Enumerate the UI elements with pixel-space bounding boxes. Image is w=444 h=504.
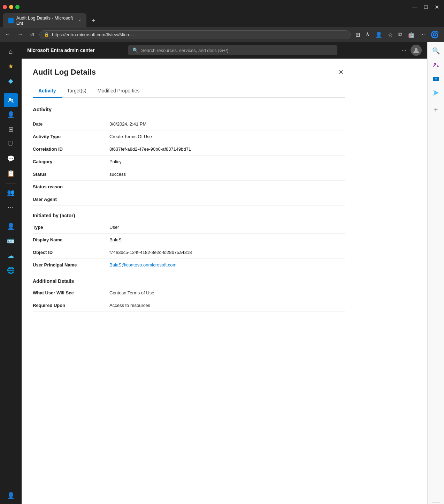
sidebar-item-diamond[interactable]: ◆: [4, 74, 18, 88]
browser-tab[interactable]: Audit Log Details - Microsoft Ent ×: [3, 13, 86, 28]
address-text: https://entra.microsoft.com/#view/Micro.…: [52, 32, 346, 37]
field-value-what-user-sees: Contoso Terms of Use: [109, 290, 345, 295]
activity-section-heading: Activity: [33, 106, 345, 112]
sidebar-item-identity[interactable]: 👤: [4, 108, 18, 122]
panel-title: Audit Log Details: [33, 68, 96, 77]
right-divider-1: [432, 102, 440, 102]
right-icon-send[interactable]: [430, 86, 442, 99]
field-label-upn: User Principal Name: [33, 262, 109, 268]
panel-title-row: Audit Log Details ✕: [33, 67, 345, 77]
field-label-date: Date: [33, 121, 109, 127]
forward-btn[interactable]: →: [15, 30, 25, 39]
svg-point-1: [12, 99, 13, 101]
field-row-object-id: Object ID f74e3dc5-134f-4182-8e2c-fd28b7…: [33, 246, 345, 259]
sidebar-item-protection[interactable]: 🛡: [4, 137, 18, 151]
tab-modified-properties[interactable]: Modified Properties: [92, 84, 145, 98]
lock-icon: 🔒: [44, 32, 49, 37]
right-icon-search[interactable]: 🔍: [430, 45, 442, 57]
field-label-activity-type: Activity Type: [33, 134, 109, 139]
field-row-status-reason: Status reason: [33, 181, 345, 193]
field-value-type: User: [109, 225, 345, 230]
tab-favicon: [8, 18, 14, 23]
tab-bar-panel: Activity Target(s) Modified Properties: [33, 84, 345, 98]
header-more-btn[interactable]: ···: [400, 46, 408, 55]
header-avatar[interactable]: [411, 45, 422, 56]
new-tab-btn[interactable]: +: [89, 17, 98, 25]
sidebar-item-more[interactable]: ···: [4, 200, 18, 214]
right-icon-outlook[interactable]: O: [430, 73, 442, 85]
maximize-window-btn[interactable]: [15, 5, 20, 9]
field-label-category: Category: [33, 159, 109, 164]
field-row-date: Date 3/8/2024, 2:41 PM: [33, 118, 345, 130]
profile-btn[interactable]: 👤: [373, 30, 384, 39]
app-header: Microsoft Entra admin center 🔍 Search re…: [22, 42, 427, 59]
main-content: Microsoft Entra admin center 🔍 Search re…: [22, 42, 427, 504]
additional-field-rows: What User Will See Contoso Terms of Use …: [33, 287, 345, 312]
field-label-display-name: Display Name: [33, 237, 109, 242]
back-btn[interactable]: ←: [3, 30, 13, 39]
header-actions: ···: [400, 45, 422, 56]
right-icon-plus[interactable]: +: [430, 104, 442, 116]
more-actions-btn[interactable]: ···: [418, 30, 427, 39]
right-panel: 🔍 O + ⚙: [427, 42, 444, 504]
field-row-activity-type: Activity Type Create Terms Of Use: [33, 130, 345, 143]
sidebar-item-person-bottom[interactable]: 👤: [4, 489, 18, 503]
nav-bar: ← → ↺ 🔒 https://entra.microsoft.com/#vie…: [0, 27, 444, 42]
field-rows: Date 3/8/2024, 2:41 PM Activity Type Cre…: [33, 118, 345, 206]
refresh-btn[interactable]: ↺: [28, 30, 37, 39]
search-icon: 🔍: [132, 47, 138, 53]
panel-close-btn[interactable]: ✕: [337, 67, 345, 77]
field-value-status: success: [109, 172, 345, 177]
field-value-required-upon: Access to resources: [109, 303, 345, 308]
initiated-by-heading: Initiated by (actor): [33, 213, 345, 218]
minimize-btn[interactable]: —: [409, 3, 419, 11]
field-value-category: Policy: [109, 159, 345, 164]
sidebar-item-reports[interactable]: 📋: [4, 166, 18, 180]
right-icon-person-add[interactable]: [430, 59, 442, 71]
field-value-upn[interactable]: BalaS@contoso.onmicrosoft.com: [109, 262, 345, 268]
tab-close-btn[interactable]: ×: [78, 18, 81, 23]
sidebar-divider-2: [6, 183, 16, 183]
address-bar[interactable]: 🔒 https://entra.microsoft.com/#view/Micr…: [39, 30, 351, 39]
close-window-btn[interactable]: [3, 5, 7, 9]
sidebar-item-apps[interactable]: ⊞: [4, 122, 18, 136]
favorites-btn[interactable]: ☆: [386, 30, 395, 39]
copilot-btn[interactable]: 🤖: [406, 30, 417, 39]
right-divider-2: [432, 502, 440, 503]
close-btn[interactable]: ✕: [432, 3, 441, 11]
header-search[interactable]: 🔍 Search resources, services, and docs (…: [128, 45, 337, 55]
field-row-status: Status success: [33, 168, 345, 181]
extensions-btn[interactable]: ⊞: [353, 30, 362, 39]
app-logo: Microsoft Entra admin center: [27, 47, 95, 53]
svg-point-3: [434, 63, 436, 65]
field-row-display-name: Display Name BalaS: [33, 234, 345, 246]
app-shell: ⌂ ★ ◆ 👤 ⊞ 🛡 💬 📋 👥 ··· 👤 🪪 ☁ 🌐 👤 »: [0, 42, 444, 504]
svg-point-0: [9, 98, 11, 100]
sidebar-item-connected[interactable]: 👤: [4, 219, 18, 233]
sidebar-item-favorites[interactable]: ★: [4, 59, 18, 73]
collections-btn[interactable]: ⧉: [396, 30, 404, 39]
minimize-window-btn[interactable]: [9, 5, 13, 9]
sidebar-item-home[interactable]: ⌂: [4, 45, 18, 59]
svg-marker-8: [433, 90, 439, 96]
tab-activity[interactable]: Activity: [33, 84, 62, 98]
sidebar-item-globe[interactable]: 🌐: [4, 263, 18, 277]
tab-targets[interactable]: Target(s): [62, 84, 92, 98]
sidebar-item-group-settings[interactable]: 👥: [4, 186, 18, 200]
restore-btn[interactable]: □: [422, 3, 430, 11]
field-label-required-upon: Required Upon: [33, 303, 109, 308]
read-aloud-btn[interactable]: 𝐀: [363, 30, 372, 39]
sidebar-item-chat[interactable]: 💬: [4, 152, 18, 166]
field-label-type: Type: [33, 225, 109, 230]
field-row-user-agent: User Agent: [33, 193, 345, 206]
sidebar-item-cloud[interactable]: ☁: [4, 249, 18, 263]
sidebar-item-users[interactable]: [4, 93, 18, 107]
sidebar: ⌂ ★ ◆ 👤 ⊞ 🛡 💬 📋 👥 ··· 👤 🪪 ☁ 🌐 👤 »: [0, 42, 22, 504]
svg-text:O: O: [435, 78, 437, 81]
field-value-display-name: BalaS: [109, 237, 345, 242]
field-label-user-agent: User Agent: [33, 197, 109, 202]
search-placeholder: Search resources, services, and docs (G+…: [141, 48, 333, 53]
field-value-correlation-id: 8f637fef-a8d2-47ee-90b0-af837149bd71: [109, 146, 345, 152]
sidebar-item-card-blue[interactable]: 🪪: [4, 234, 18, 248]
field-label-object-id: Object ID: [33, 250, 109, 255]
